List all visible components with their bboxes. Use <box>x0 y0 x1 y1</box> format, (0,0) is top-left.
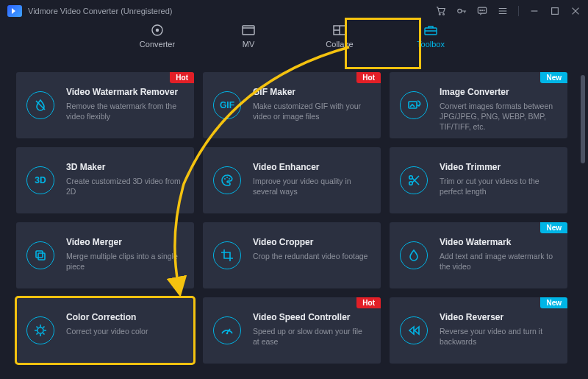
tool-card-video-merger[interactable]: Video MergerMerge multiple clips into a … <box>16 222 194 288</box>
rewind-icon <box>400 316 428 344</box>
tool-title: Video Reverser <box>440 312 557 322</box>
hot-badge: Hot <box>356 72 381 83</box>
tool-title: Video Watermark <box>440 237 557 247</box>
new-badge: New <box>540 72 567 83</box>
window-minimize-icon[interactable] <box>529 6 539 16</box>
tool-title: 3D Maker <box>66 162 184 172</box>
tool-title: Video Cropper <box>253 237 370 247</box>
svg-rect-20 <box>36 251 43 258</box>
tool-title: Video Watermark Remover <box>66 87 184 97</box>
tool-card-image-converter[interactable]: Image ConverterConvert images formats be… <box>390 72 567 138</box>
tool-description: Make customized GIF with your video or i… <box>253 101 370 121</box>
tool-description: Trim or cut your videos to the perfect l… <box>440 176 557 196</box>
hot-badge: Hot <box>170 72 194 83</box>
new-badge: New <box>540 222 567 233</box>
tool-description: Improve your video quality in several wa… <box>253 176 370 196</box>
feedback-icon[interactable] <box>477 6 487 16</box>
image-convert-icon <box>400 91 428 119</box>
svg-point-4 <box>480 10 481 11</box>
scrollbar-thumb[interactable] <box>581 75 585 163</box>
key-icon[interactable] <box>456 6 467 16</box>
tool-card-video-reverser[interactable]: Video ReverserReverse your video and tur… <box>390 297 567 364</box>
droplet-slash-icon <box>26 91 54 119</box>
tool-description: Reverse your video and turn it backwards <box>440 326 557 347</box>
app-logo-icon <box>7 5 22 17</box>
svg-point-9 <box>156 29 159 32</box>
tool-card-video-watermark[interactable]: Video WatermarkAdd text and image waterm… <box>390 222 567 288</box>
svg-rect-21 <box>38 253 45 260</box>
tool-description: Create customized 3D video from 2D <box>66 176 184 196</box>
svg-point-1 <box>443 14 445 15</box>
gif-text-icon: GIF <box>213 91 241 119</box>
svg-point-0 <box>439 14 440 15</box>
tool-description: Merge multiple clips into a single piece <box>66 251 184 272</box>
tool-title: Video Trimmer <box>440 162 557 172</box>
droplet-icon <box>400 241 428 269</box>
svg-point-2 <box>458 9 462 13</box>
tool-card-color-correction[interactable]: Color CorrectionCorrect your video color <box>16 297 194 364</box>
tool-description: Add text and image watermark to the vide… <box>440 251 557 272</box>
tool-title: Video Enhancer <box>253 162 370 172</box>
tab-mv[interactable]: MV <box>226 24 270 49</box>
svg-rect-10 <box>243 26 254 35</box>
tool-card-video-enhancer[interactable]: Video EnhancerImprove your video quality… <box>203 147 381 213</box>
tool-description: Crop the redundant video footage <box>253 251 370 261</box>
tab-converter[interactable]: Converter <box>135 24 179 49</box>
tab-mv-label: MV <box>243 40 255 49</box>
svg-point-16 <box>226 177 228 178</box>
menu-icon[interactable] <box>498 6 508 16</box>
toolbox-icon <box>423 24 439 37</box>
svg-point-6 <box>484 10 484 11</box>
mv-icon <box>240 24 257 37</box>
converter-icon <box>149 24 165 37</box>
window-maximize-icon[interactable] <box>550 6 560 16</box>
tool-grid: Video Watermark RemoverRemove the waterm… <box>16 72 579 364</box>
tool-card-gif-maker[interactable]: GIFGIF MakerMake customized GIF with you… <box>203 72 381 138</box>
titlebar-separator <box>518 6 519 16</box>
tool-card-video-watermark-remover[interactable]: Video Watermark RemoverRemove the waterm… <box>16 72 194 138</box>
tool-card-3d-maker[interactable]: 3D3D MakerCreate customized 3D video fro… <box>16 147 194 213</box>
titlebar-left: Vidmore Video Converter (Unregistered) <box>7 5 172 17</box>
tool-description: Correct your video color <box>66 326 184 336</box>
svg-point-22 <box>37 327 43 333</box>
speedometer-icon <box>213 316 241 344</box>
svg-point-5 <box>482 10 483 11</box>
tool-card-video-trimmer[interactable]: Video TrimmerTrim or cut your videos to … <box>390 147 567 213</box>
tool-description: Remove the watermark from the video flex… <box>66 101 184 121</box>
cart-icon[interactable] <box>436 6 446 16</box>
layers-icon <box>26 241 54 269</box>
tool-description: Speed up or slow down your file at ease <box>253 326 370 347</box>
annotation-tab-highlight <box>345 18 421 69</box>
3d-text-icon: 3D <box>26 166 54 194</box>
toolbox-content: Video Watermark RemoverRemove the waterm… <box>0 68 588 379</box>
svg-point-15 <box>224 178 226 180</box>
svg-rect-7 <box>552 8 559 15</box>
palette-icon <box>213 166 241 194</box>
window-close-icon[interactable] <box>570 6 581 16</box>
app-title: Vidmore Video Converter (Unregistered) <box>28 7 172 15</box>
tool-title: Color Correction <box>66 312 184 322</box>
titlebar: Vidmore Video Converter (Unregistered) <box>0 0 588 22</box>
main-tabs: Converter MV Collage Toolbox <box>0 22 588 68</box>
titlebar-right <box>436 6 581 16</box>
crop-icon <box>213 241 241 269</box>
tool-description: Convert images formats between JPG/JPEG,… <box>440 101 557 132</box>
tool-card-video-speed-controller[interactable]: Video Speed ControllerSpeed up or slow d… <box>203 297 381 364</box>
svg-point-23 <box>226 333 229 335</box>
new-badge: New <box>540 297 567 308</box>
tool-title: Image Converter <box>440 87 557 97</box>
scissors-icon <box>400 166 428 194</box>
tool-title: Video Merger <box>66 237 184 247</box>
tab-converter-label: Converter <box>140 40 175 49</box>
hot-badge: Hot <box>356 297 381 308</box>
tool-title: Video Speed Controller <box>253 312 370 322</box>
svg-point-17 <box>229 178 230 180</box>
tool-card-video-cropper[interactable]: Video CropperCrop the redundant video fo… <box>203 222 381 288</box>
color-wheel-icon <box>26 316 54 344</box>
tool-title: GIF Maker <box>253 87 370 97</box>
